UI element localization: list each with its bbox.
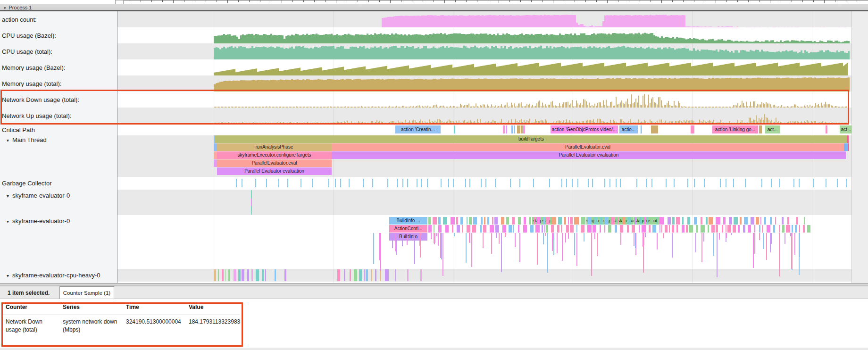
slice-sliver[interactable] (795, 225, 797, 233)
slice-sliver[interactable] (786, 225, 790, 233)
slice-drip[interactable] (576, 233, 577, 266)
slice-drip[interactable] (785, 233, 785, 244)
slice-sliver[interactable] (600, 225, 601, 233)
slice-sliver[interactable] (551, 217, 556, 225)
span-buildtargets[interactable]: buildTargets (215, 135, 847, 143)
slice-sliver[interactable] (804, 217, 805, 225)
gc-event-tick[interactable] (465, 179, 466, 187)
gc-event-tick[interactable] (427, 179, 428, 187)
slice-sliver[interactable] (738, 225, 740, 233)
slice-sliver[interactable] (445, 225, 449, 233)
slice-sliver[interactable] (452, 225, 453, 233)
gc-event-tick[interactable] (278, 179, 279, 187)
slice-sliver[interactable] (385, 269, 389, 281)
slice-sliver[interactable] (762, 225, 763, 233)
slice-drip[interactable] (501, 233, 502, 272)
slice-sliver[interactable] (543, 217, 545, 225)
gc-event-tick[interactable] (733, 179, 734, 187)
slice-drip[interactable] (713, 233, 714, 256)
slice-sliver[interactable] (350, 269, 351, 281)
slice-sliver[interactable] (593, 225, 597, 233)
gc-event-tick[interactable] (441, 179, 442, 187)
slice-sliver[interactable] (492, 217, 493, 225)
slice-drip[interactable] (543, 233, 544, 244)
slice-drip[interactable] (402, 233, 403, 246)
slice-sliver[interactable] (284, 269, 286, 281)
gc-event-tick[interactable] (236, 179, 237, 187)
slice-sliver[interactable] (238, 269, 240, 281)
slice-sliver[interactable] (696, 225, 698, 233)
slice-sliver[interactable] (494, 217, 497, 225)
slice-sliver[interactable] (438, 225, 442, 233)
slice-sliver[interactable] (748, 225, 751, 233)
chart-cpu-usage-bazel[interactable] (117, 27, 868, 43)
slice-sliver[interactable] (701, 225, 705, 233)
slice-sliver[interactable] (480, 225, 482, 233)
slice-drip[interactable] (553, 233, 554, 255)
slice-drip[interactable] (643, 233, 643, 247)
slice-sliver[interactable] (570, 217, 573, 225)
slice-sliver[interactable] (518, 217, 521, 225)
slice-drip[interactable] (395, 233, 396, 251)
slice-drip[interactable] (759, 233, 760, 240)
slice-drip[interactable] (663, 233, 664, 238)
slice-sliver[interactable] (214, 269, 216, 281)
slice-sliver[interactable] (649, 225, 651, 233)
slice-drip[interactable] (597, 233, 598, 256)
table-header-time[interactable]: Time (126, 304, 139, 310)
gc-event-tick[interactable] (799, 179, 800, 187)
chart-action-count[interactable] (117, 11, 868, 27)
slice-sliver[interactable] (546, 225, 548, 233)
span-action-creatin[interactable]: action 'Creatin... (395, 125, 441, 133)
slice-sliver[interactable] (792, 225, 793, 233)
slice-sliver[interactable] (581, 217, 586, 225)
span-buildinfo[interactable]: BuildInfo ... (389, 217, 427, 225)
span-sliver[interactable] (514, 125, 515, 133)
gc-event-tick[interactable] (495, 179, 496, 187)
gc-event-tick[interactable] (533, 179, 534, 187)
slice-sliver[interactable] (530, 225, 534, 233)
slice-sliver[interactable] (647, 217, 648, 225)
span-act[interactable]: act... (840, 125, 852, 133)
slice-sliver[interactable] (366, 269, 368, 281)
slice-sliver[interactable] (484, 217, 485, 225)
slice-sliver[interactable] (672, 217, 675, 225)
chart-network-down-usage-total[interactable] (117, 92, 868, 108)
slice-drip[interactable] (726, 233, 726, 242)
span-action-genobjcprotos-video[interactable]: action 'GenObjcProtos video/... (551, 125, 618, 133)
gc-event-tick[interactable] (636, 179, 637, 187)
slice-sliver[interactable] (754, 225, 755, 233)
span-sliver[interactable] (641, 125, 642, 133)
gc-event-tick[interactable] (704, 179, 705, 187)
span-actionconti[interactable]: ActionConti... (389, 225, 427, 233)
slice-drip[interactable] (431, 233, 432, 239)
gc-event-tick[interactable] (771, 179, 772, 187)
slice-drip[interactable] (574, 233, 575, 255)
span-act[interactable]: act... (765, 125, 780, 133)
table-header-series[interactable]: Series (63, 304, 80, 310)
slice-drip[interactable] (766, 233, 767, 260)
slice-sliver[interactable] (594, 217, 597, 225)
gc-event-tick[interactable] (328, 179, 329, 187)
slice-sliver[interactable] (773, 225, 776, 233)
slice-drip[interactable] (515, 233, 516, 247)
slice-sliver[interactable] (262, 269, 264, 281)
slice-sliver[interactable] (495, 225, 499, 233)
slice-drip[interactable] (496, 233, 497, 238)
slice-sliver[interactable] (242, 269, 244, 281)
slice-drip[interactable] (379, 233, 380, 260)
process-header[interactable]: ▾Process 1 (0, 4, 868, 11)
gc-event-tick[interactable] (609, 179, 610, 187)
slice-drip[interactable] (695, 233, 696, 252)
slice-sliver[interactable] (568, 217, 568, 225)
span-sliver[interactable] (214, 159, 217, 167)
slice-sliver[interactable] (687, 217, 690, 225)
slice-sliver[interactable] (524, 217, 526, 225)
gc-event-tick[interactable] (616, 179, 617, 187)
slice-sliver[interactable] (661, 225, 662, 233)
slice-drip[interactable] (703, 233, 704, 242)
gc-event-tick[interactable] (349, 179, 350, 187)
slice-sliver[interactable] (581, 225, 584, 233)
slice-sliver[interactable] (759, 225, 760, 233)
slice-sliver[interactable] (652, 225, 656, 233)
